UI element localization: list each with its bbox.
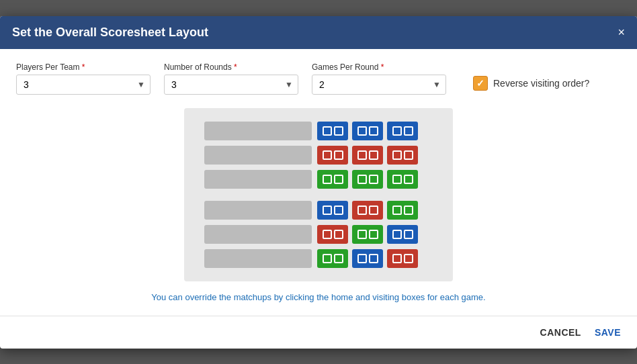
inner-box — [404, 206, 413, 215]
inner-box — [323, 175, 332, 184]
game-cell-green[interactable] — [317, 170, 348, 189]
players-per-team-group: Players Per Team * 3 ▼ — [16, 62, 151, 95]
game-cell-green[interactable] — [387, 170, 418, 189]
reverse-visiting-order-group: ✓ Reverse visiting order? — [473, 76, 589, 95]
game-cell-red[interactable] — [317, 146, 348, 165]
number-of-rounds-label: Number of Rounds * — [164, 62, 298, 72]
inner-box — [392, 206, 402, 215]
scoresheet-layout-dialog: Set the Overall Scoresheet Layout × Play… — [0, 16, 637, 349]
game-cell-blue[interactable] — [352, 249, 383, 268]
inner-box — [357, 206, 367, 215]
inner-box — [357, 230, 367, 239]
match-row — [204, 146, 433, 165]
number-of-rounds-wrapper: 3 ▼ — [164, 75, 298, 95]
inner-box — [369, 150, 378, 160]
round-section-2 — [204, 201, 433, 268]
inner-box — [323, 150, 332, 160]
game-cells — [317, 225, 418, 244]
reverse-visiting-order-label: Reverse visiting order? — [493, 78, 589, 89]
game-cell-red[interactable] — [352, 201, 383, 220]
game-cells — [317, 122, 418, 140]
number-of-rounds-group: Number of Rounds * 3 ▼ — [164, 62, 298, 95]
hint-text: You can override the matchups by clickin… — [16, 292, 621, 302]
inner-box — [392, 230, 402, 239]
inner-box — [369, 175, 378, 184]
scoresheet-grid — [184, 108, 453, 281]
dialog-header: Set the Overall Scoresheet Layout × — [0, 16, 637, 49]
inner-box — [323, 230, 332, 239]
games-per-round-group: Games Per Round * 2 ▼ — [312, 62, 446, 95]
reverse-visiting-order-checkbox[interactable]: ✓ — [473, 76, 488, 91]
game-cells — [317, 249, 418, 268]
inner-box — [404, 150, 413, 160]
inner-box — [392, 254, 402, 263]
game-cell-blue[interactable] — [387, 225, 418, 244]
save-button[interactable]: SAVE — [595, 327, 621, 338]
game-cell-red[interactable] — [387, 249, 418, 268]
inner-box — [323, 126, 332, 136]
inner-box — [357, 254, 367, 263]
team-bar — [204, 122, 312, 140]
inner-box — [334, 175, 343, 184]
game-cell-blue[interactable] — [352, 122, 383, 140]
inner-box — [392, 150, 402, 160]
dialog-footer: CANCEL SAVE — [0, 316, 637, 349]
match-row — [204, 225, 433, 244]
team-bar — [204, 170, 312, 189]
inner-box — [357, 150, 367, 160]
inner-box — [334, 126, 343, 136]
inner-box — [334, 150, 343, 160]
game-cell-green[interactable] — [317, 249, 348, 268]
inner-box — [392, 126, 402, 136]
inner-box — [404, 175, 413, 184]
game-cell-green[interactable] — [387, 201, 418, 220]
game-cells — [317, 170, 418, 189]
team-bar — [204, 146, 312, 165]
team-bar — [204, 225, 312, 244]
team-bar — [204, 249, 312, 268]
check-icon: ✓ — [476, 78, 484, 89]
players-per-team-label: Players Per Team * — [16, 62, 151, 72]
inner-box — [323, 254, 332, 263]
inner-box — [369, 230, 378, 239]
match-row — [204, 170, 433, 189]
inner-box — [334, 206, 343, 215]
inner-box — [334, 254, 343, 263]
game-cell-red[interactable] — [352, 146, 383, 165]
players-per-team-select[interactable]: 3 — [16, 75, 151, 95]
game-cell-green[interactable] — [352, 170, 383, 189]
game-cell-green[interactable] — [352, 225, 383, 244]
dialog-title: Set the Overall Scoresheet Layout — [12, 26, 208, 40]
inner-box — [323, 206, 332, 215]
inner-box — [369, 206, 378, 215]
match-row — [204, 249, 433, 268]
game-cell-red[interactable] — [387, 146, 418, 165]
game-cell-blue[interactable] — [387, 122, 418, 140]
game-cell-red[interactable] — [317, 225, 348, 244]
controls-row: Players Per Team * 3 ▼ Number of Rounds … — [16, 62, 621, 95]
games-per-round-select[interactable]: 2 — [312, 75, 446, 95]
inner-box — [404, 230, 413, 239]
match-row — [204, 201, 433, 220]
inner-box — [357, 126, 367, 136]
game-cell-blue[interactable] — [317, 201, 348, 220]
dialog-body: Players Per Team * 3 ▼ Number of Rounds … — [0, 49, 637, 316]
round-section-1 — [204, 122, 433, 189]
inner-box — [369, 126, 378, 136]
inner-box — [392, 175, 402, 184]
cancel-button[interactable]: CANCEL — [540, 327, 581, 338]
number-of-rounds-select[interactable]: 3 — [164, 75, 298, 95]
inner-box — [404, 254, 413, 263]
games-per-round-wrapper: 2 ▼ — [312, 75, 446, 95]
game-cells — [317, 146, 418, 165]
games-per-round-label: Games Per Round * — [312, 62, 446, 72]
inner-box — [357, 175, 367, 184]
team-bar — [204, 201, 312, 220]
close-button[interactable]: × — [618, 26, 625, 38]
inner-box — [404, 126, 413, 136]
match-row — [204, 122, 433, 140]
inner-box — [334, 230, 343, 239]
inner-box — [369, 254, 378, 263]
players-per-team-wrapper: 3 ▼ — [16, 75, 151, 95]
game-cell-blue[interactable] — [317, 122, 348, 140]
